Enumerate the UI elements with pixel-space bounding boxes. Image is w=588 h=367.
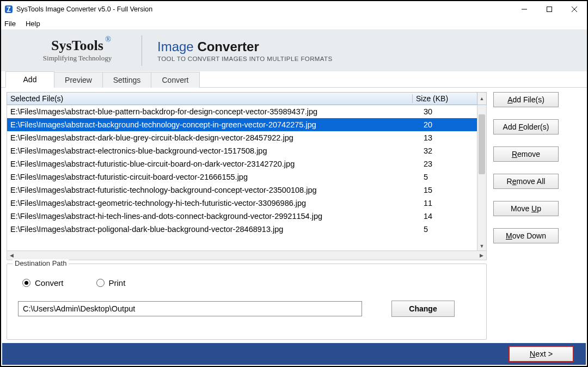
registered-mark-icon: ® bbox=[105, 36, 111, 44]
move-down-button[interactable]: Move Down bbox=[493, 228, 559, 243]
brand-separator bbox=[142, 35, 142, 66]
tab-settings-label: Settings bbox=[113, 76, 141, 84]
radio-print-dot-icon bbox=[96, 279, 105, 287]
tab-convert[interactable]: Convert bbox=[151, 72, 200, 88]
table-row[interactable]: E:\Files\Images\abstract-hi-tech-lines-a… bbox=[7, 210, 477, 223]
row-size: 23 bbox=[420, 160, 477, 168]
chevron-left-icon: ◀ bbox=[10, 253, 14, 258]
move-up-button[interactable]: Move Up bbox=[493, 201, 559, 216]
radio-print-label: Print bbox=[109, 278, 126, 288]
hscroll-track[interactable] bbox=[16, 251, 477, 260]
table-row[interactable]: E:\Files\Images\abstract-futuristic-tech… bbox=[7, 184, 477, 197]
radio-convert-dot-icon bbox=[22, 279, 30, 287]
vertical-scrollbar[interactable]: ▼ bbox=[477, 105, 486, 250]
row-size: 11 bbox=[420, 199, 477, 207]
menubar: File Help bbox=[1, 17, 587, 29]
brand-block: SysTools ® Simplifying Technology bbox=[23, 38, 132, 63]
change-button[interactable]: Change bbox=[391, 301, 455, 317]
product-subtitle: TOOL TO CONVERT IMAGES INTO MULTIPLE FOR… bbox=[157, 56, 333, 62]
row-file-path: E:\Files\Images\abstract-poligonal-dark-… bbox=[7, 225, 420, 234]
remove-all-label: Remove All bbox=[507, 177, 546, 186]
tab-add-label: Add bbox=[23, 75, 37, 84]
tab-add[interactable]: Add bbox=[5, 71, 54, 88]
chevron-up-icon: ▲ bbox=[480, 96, 485, 101]
table-row[interactable]: E:\Files\Images\abstract-electronics-blu… bbox=[7, 144, 477, 157]
brand-tagline: Simplifying Technology bbox=[23, 54, 132, 63]
remove-button[interactable]: Remove bbox=[493, 146, 559, 162]
file-table: Selected File(s) Size (KB) ▲ E:\Files\Im… bbox=[7, 92, 487, 260]
radio-print[interactable]: Print bbox=[96, 278, 126, 288]
tab-preview[interactable]: Preview bbox=[54, 72, 103, 88]
row-size: 20 bbox=[420, 120, 477, 129]
row-file-path: E:\Files\Images\abstract-futuristic-tech… bbox=[7, 186, 420, 194]
change-button-label: Change bbox=[409, 304, 437, 313]
scroll-up-button[interactable]: ▲ bbox=[477, 92, 487, 105]
move-down-label: Move Down bbox=[506, 231, 546, 240]
row-file-path: E:\Files\Images\abstract-background-tech… bbox=[7, 120, 420, 129]
product-block: Image Converter TOOL TO CONVERT IMAGES I… bbox=[157, 39, 333, 62]
product-name-word1: Image bbox=[157, 39, 194, 54]
destination-legend: Destination Path bbox=[13, 259, 69, 267]
col-header-size[interactable]: Size (KB) bbox=[413, 94, 477, 103]
tab-settings[interactable]: Settings bbox=[102, 72, 151, 88]
row-file-path: E:\Files\Images\abstract-dark-blue-grey-… bbox=[7, 133, 420, 142]
header-band: SysTools ® Simplifying Technology Image … bbox=[1, 29, 587, 71]
add-files-button[interactable]: Add File(s) bbox=[493, 92, 559, 107]
table-rows[interactable]: E:\Files\Images\abstract-blue-pattern-ba… bbox=[7, 105, 477, 250]
minimize-button[interactable] bbox=[512, 1, 537, 17]
remove-all-button[interactable]: Remove All bbox=[493, 174, 559, 189]
col-header-file[interactable]: Selected File(s) bbox=[7, 94, 413, 103]
scroll-right-button[interactable]: ▶ bbox=[477, 251, 486, 260]
add-folders-button[interactable]: Add Folder(s) bbox=[493, 119, 559, 134]
row-file-path: E:\Files\Images\abstract-blue-pattern-ba… bbox=[7, 107, 420, 116]
row-size: 13 bbox=[420, 133, 477, 142]
scroll-thumb[interactable] bbox=[479, 114, 485, 174]
next-button-label: Next > bbox=[530, 350, 553, 358]
scroll-down-button[interactable]: ▼ bbox=[477, 241, 486, 250]
destination-path-input[interactable]: C:\Users\Admin\Desktop\Output bbox=[18, 301, 362, 316]
close-button[interactable] bbox=[562, 1, 587, 17]
table-row[interactable]: E:\Files\Images\abstract-poligonal-dark-… bbox=[7, 223, 477, 236]
footer-bar: Next > bbox=[2, 343, 586, 365]
tab-strip: Add Preview Settings Convert bbox=[1, 71, 587, 88]
row-file-path: E:\Files\Images\abstract-hi-tech-lines-a… bbox=[7, 212, 420, 221]
remove-label: Remove bbox=[512, 150, 540, 158]
tab-convert-label: Convert bbox=[162, 76, 188, 84]
table-row[interactable]: E:\Files\Images\abstract-background-tech… bbox=[7, 118, 477, 131]
move-up-label: Move Up bbox=[511, 204, 541, 213]
output-mode-radios: Convert Print bbox=[22, 278, 479, 288]
app-icon bbox=[4, 5, 13, 14]
row-file-path: E:\Files\Images\abstract-electronics-blu… bbox=[7, 146, 420, 155]
row-file-path: E:\Files\Images\abstract-futuristic-blue… bbox=[7, 160, 420, 168]
next-button[interactable]: Next > bbox=[509, 346, 574, 362]
main-column: Selected File(s) Size (KB) ▲ E:\Files\Im… bbox=[1, 88, 489, 343]
radio-convert-label: Convert bbox=[35, 278, 64, 288]
maximize-button[interactable] bbox=[537, 1, 562, 17]
row-file-path: E:\Files\Images\abstract-geometric-techn… bbox=[7, 199, 420, 207]
row-size: 5 bbox=[420, 173, 477, 181]
product-name-word2: Converter bbox=[197, 39, 259, 54]
horizontal-scrollbar[interactable]: ◀ ▶ bbox=[7, 251, 487, 260]
row-size: 15 bbox=[420, 186, 477, 194]
table-row[interactable]: E:\Files\Images\abstract-futuristic-circ… bbox=[7, 170, 477, 184]
table-row[interactable]: E:\Files\Images\abstract-dark-blue-grey-… bbox=[7, 131, 477, 144]
table-row[interactable]: E:\Files\Images\abstract-geometric-techn… bbox=[7, 197, 477, 210]
sidebar: Add File(s) Add Folder(s) Remove Remove … bbox=[489, 88, 587, 343]
titlebar: SysTools Image Converter v5.0 - Full Ver… bbox=[1, 1, 587, 17]
table-row[interactable]: E:\Files\Images\abstract-blue-pattern-ba… bbox=[7, 105, 477, 118]
brand-name-text: SysTools bbox=[51, 38, 103, 53]
add-files-label: Add File(s) bbox=[507, 95, 544, 104]
scroll-left-button[interactable]: ◀ bbox=[7, 251, 16, 260]
radio-convert[interactable]: Convert bbox=[22, 278, 64, 288]
row-file-path: E:\Files\Images\abstract-futuristic-circ… bbox=[7, 173, 420, 181]
window-title: SysTools Image Converter v5.0 - Full Ver… bbox=[16, 5, 152, 13]
destination-fieldset: Destination Path Convert Print C:\Users\… bbox=[7, 264, 487, 340]
tab-preview-label: Preview bbox=[65, 76, 92, 84]
menu-file[interactable]: File bbox=[4, 20, 16, 28]
add-folders-label: Add Folder(s) bbox=[503, 123, 549, 131]
chevron-down-icon: ▼ bbox=[480, 243, 485, 249]
table-row[interactable]: E:\Files\Images\abstract-futuristic-blue… bbox=[7, 157, 477, 170]
row-size: 32 bbox=[420, 146, 477, 155]
menu-help[interactable]: Help bbox=[26, 20, 40, 28]
destination-path-value: C:\Users\Admin\Desktop\Output bbox=[23, 304, 135, 313]
